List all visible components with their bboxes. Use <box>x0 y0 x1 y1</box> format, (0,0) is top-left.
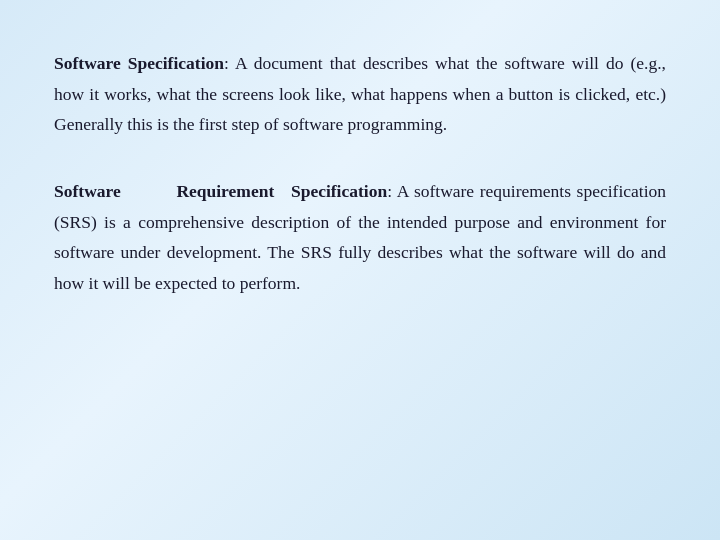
term-requirement: Requirement <box>176 181 274 201</box>
term-software-specification: Software Specification <box>54 53 224 73</box>
paragraph-1-text: Software Specification: A document that … <box>54 48 666 140</box>
paragraph-2-block: Software Requirement Specification: A so… <box>54 176 666 299</box>
paragraph-1-block: Software Specification: A document that … <box>54 48 666 140</box>
paragraph-2-text: Software Requirement Specification: A so… <box>54 176 666 299</box>
term-specification: Specification <box>291 181 387 201</box>
content-area: Software Specification: A document that … <box>0 0 720 338</box>
term-software: Software <box>54 181 121 201</box>
